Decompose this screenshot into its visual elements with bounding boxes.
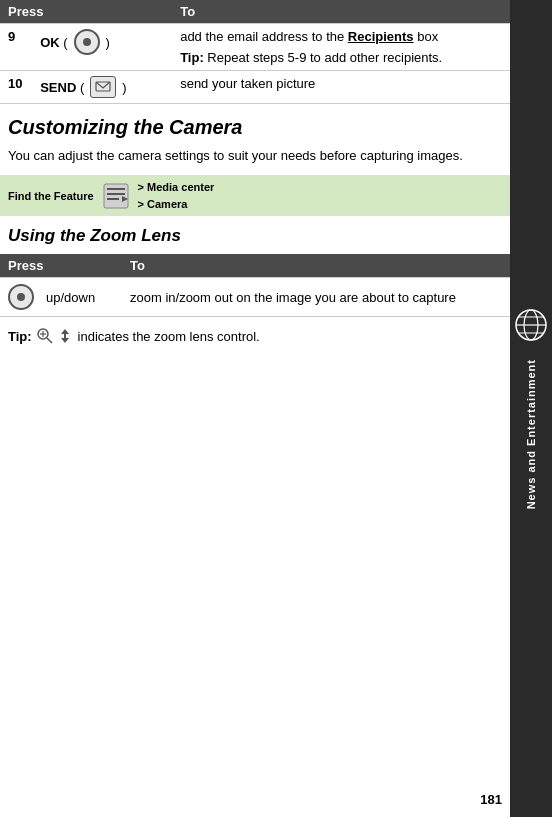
zoom-section-heading: Using the Zoom Lens [8,226,502,246]
ok-button-icon [74,29,100,55]
page-number: 181 [480,792,502,807]
sidebar-text: News and Entertainment [525,359,537,509]
svg-rect-12 [64,334,66,338]
zoom-to-text: zoom in/zoom out on the image you are ab… [130,290,456,305]
customizing-heading: Customizing the Camera [8,116,502,139]
svg-rect-2 [107,188,125,190]
tip-bottom-text: indicates the zoom lens control. [78,329,260,344]
send-to-text: send your taken picture [180,76,315,91]
press-cell: SEND ( ) [32,71,172,104]
globe-icon [513,307,549,343]
magnify-icon [36,327,54,345]
zoom-table-row: up/down zoom in/zoom out on the image yo… [0,278,510,317]
press-header: Press [0,0,172,24]
find-feature-bar: Find the Feature > Media center > Camera [0,175,510,216]
row-number: 9 [0,24,32,71]
recipients-label: Recipients [348,29,414,44]
ok-close-paren: ) [106,35,110,50]
customizing-body: You can adjust the camera settings to su… [8,147,502,165]
ok-icon-inner [83,38,91,46]
send-press-cell: SEND ( ) [40,76,164,98]
send-button-icon [90,76,116,98]
to-cell-send: send your taken picture [172,71,510,104]
ok-label: OK ( [40,35,67,50]
press-cell: OK ( ) [32,24,172,71]
svg-line-7 [47,338,52,343]
nav-icon-inner [17,293,25,301]
to-cell: add the email address to the Recipients … [172,24,510,71]
menu-path: > Media center > Camera [138,179,215,212]
to-text-1: add the email address to the Recipients … [180,29,438,44]
to-header: To [172,0,510,24]
zoom-to-td: zoom in/zoom out on the image you are ab… [122,278,510,317]
send-close-paren: ) [122,80,126,95]
zoom-to-header: To [122,254,510,278]
svg-rect-3 [107,193,125,195]
nav-circle-icon [8,284,34,310]
send-label: SEND ( [40,80,84,95]
svg-rect-1 [104,184,128,208]
ok-press-cell: OK ( ) [40,29,164,55]
zoom-table: Press To up/down zoom in/zoom out on the… [0,254,510,317]
tip-label: Tip: [8,329,32,344]
zoom-press-td [0,278,42,317]
menu-icon-svg [102,182,130,210]
row-number: 10 [0,71,32,104]
zoom-icons [36,327,74,345]
table-header-row: Press To [0,0,510,24]
menu-path-line2: > Camera [138,196,215,213]
find-feature-label: Find the Feature [8,190,94,202]
tip-bottom: Tip: indicates the zoom lens control. [8,327,502,345]
right-sidebar: News and Entertainment [510,0,552,817]
zoom-updown-td: up/down [42,278,122,317]
updown-icon [56,327,74,345]
svg-marker-11 [61,338,69,343]
tip-text: Tip: Repeat steps 5-9 to add other recip… [180,50,502,65]
top-press-table: Press To 9 OK ( ) add the email address … [0,0,510,104]
zoom-press-header: Press [0,254,122,278]
send-icon-svg [95,80,111,94]
table-row: 9 OK ( ) add the email address to the Re… [0,24,510,71]
svg-marker-10 [61,329,69,334]
svg-rect-4 [107,198,119,200]
table-row: 10 SEND ( ) send your taken picture [0,71,510,104]
main-content: Press To 9 OK ( ) add the email address … [0,0,510,817]
zoom-updown-label: up/down [46,290,95,305]
zoom-header-row: Press To [0,254,510,278]
menu-path-line1: > Media center [138,179,215,196]
